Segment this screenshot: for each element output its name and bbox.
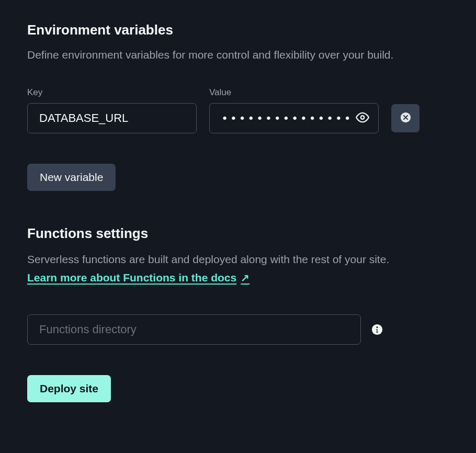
external-link-icon: ↗: [241, 271, 250, 284]
functions-docs-link[interactable]: Learn more about Functions in the docs ↗: [27, 271, 250, 284]
env-vars-description: Define environment variables for more co…: [27, 48, 449, 62]
functions-directory-input[interactable]: [27, 314, 361, 345]
info-icon[interactable]: [371, 324, 383, 335]
env-var-row: Key Value: [27, 87, 449, 133]
svg-point-0: [361, 116, 365, 120]
remove-icon: [400, 112, 411, 124]
value-label: Value: [209, 87, 379, 98]
eye-icon: [356, 111, 369, 126]
key-input[interactable]: [27, 103, 197, 133]
functions-title: Functions settings: [27, 225, 449, 242]
remove-variable-button[interactable]: [391, 104, 420, 132]
svg-point-3: [376, 326, 378, 328]
key-label: Key: [27, 87, 197, 98]
deploy-site-button[interactable]: Deploy site: [27, 375, 111, 402]
key-field-group: Key: [27, 87, 197, 133]
functions-docs-link-text: Learn more about Functions in the docs: [27, 271, 236, 284]
toggle-visibility-button[interactable]: [354, 109, 371, 128]
new-variable-button[interactable]: New variable: [27, 164, 116, 191]
env-vars-title: Environment variables: [27, 22, 449, 38]
functions-description: Serverless functions are built and deplo…: [27, 251, 449, 268]
functions-directory-row: [27, 314, 449, 345]
functions-section: Functions settings Serverless functions …: [27, 225, 449, 402]
value-field-group: Value: [209, 87, 379, 133]
value-input-wrapper: [209, 103, 379, 133]
